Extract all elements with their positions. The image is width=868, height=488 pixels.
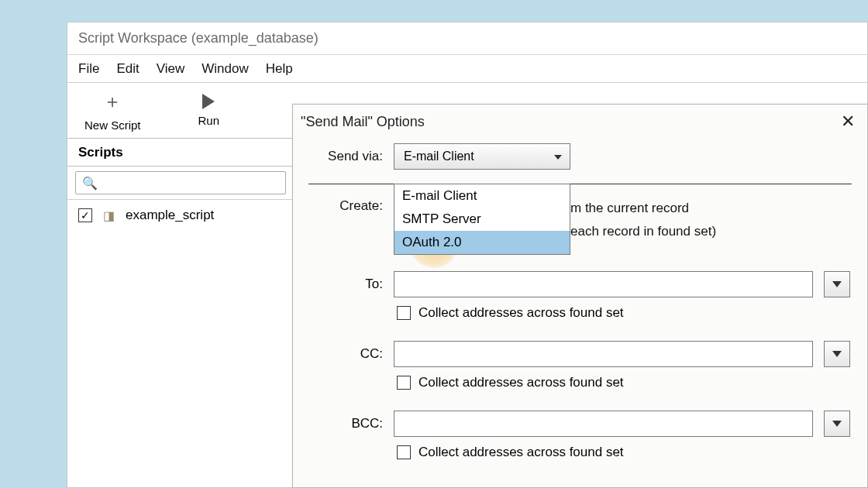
- dropdown-option-smtp-server[interactable]: SMTP Server: [394, 208, 570, 231]
- send-mail-options-dialog: "Send Mail" Options ✕ Send via: E-mail C…: [292, 104, 868, 488]
- cc-picker-button[interactable]: [824, 341, 850, 367]
- menu-help[interactable]: Help: [266, 61, 293, 77]
- to-input[interactable]: [394, 271, 813, 297]
- cc-row: CC:: [293, 335, 867, 370]
- cc-input[interactable]: [394, 341, 813, 367]
- send-via-select[interactable]: E-mail Client: [394, 143, 570, 170]
- cc-collect-label: Collect addresses across found set: [418, 375, 624, 390]
- menu-window[interactable]: Window: [202, 61, 248, 77]
- search-icon: 🔍: [82, 176, 98, 191]
- dialog-titlebar: "Send Mail" Options ✕: [293, 105, 867, 139]
- menu-file[interactable]: File: [78, 61, 99, 77]
- script-name: example_script: [126, 208, 214, 223]
- cc-collect-row: Collect addresses across found set: [293, 370, 867, 404]
- window-title: Script Workspace (example_database): [78, 30, 319, 46]
- run-label: Run: [198, 114, 220, 127]
- send-via-dropdown: E-mail Client SMTP Server OAuth 2.0: [394, 184, 570, 255]
- plus-icon: [103, 89, 122, 114]
- run-button[interactable]: Run: [198, 94, 220, 127]
- send-via-row: Send via: E-mail Client: [293, 139, 867, 174]
- bcc-collect-label: Collect addresses across found set: [418, 445, 624, 460]
- script-icon: ◨: [103, 208, 115, 223]
- create-option-one-remnant: m the current record: [570, 201, 689, 215]
- bcc-collect-row: Collect addresses across found set: [293, 440, 867, 474]
- send-via-value: E-mail Client: [404, 149, 474, 163]
- menu-edit[interactable]: Edit: [116, 61, 139, 77]
- dialog-title: "Send Mail" Options: [301, 114, 425, 130]
- dropdown-option-oauth[interactable]: OAuth 2.0: [394, 231, 570, 254]
- menu-view[interactable]: View: [157, 61, 185, 77]
- cc-label: CC:: [293, 346, 394, 362]
- close-icon[interactable]: ✕: [841, 112, 855, 132]
- dialog-divider: [308, 184, 852, 184]
- search-input[interactable]: 🔍: [75, 171, 286, 194]
- window-titlebar: Script Workspace (example_database): [67, 22, 867, 55]
- bcc-input[interactable]: [394, 411, 813, 437]
- create-row: Create: placeholder m the current record…: [293, 192, 867, 248]
- to-collect-checkbox[interactable]: [397, 306, 411, 320]
- bcc-row: BCC:: [293, 404, 867, 440]
- bcc-collect-checkbox[interactable]: [397, 445, 411, 459]
- dropdown-option-email-client[interactable]: E-mail Client: [394, 184, 570, 208]
- create-option-multi-remnant: each record in found set): [570, 224, 716, 239]
- to-picker-button[interactable]: [824, 271, 850, 297]
- new-script-label: New Script: [84, 119, 141, 132]
- bcc-label: BCC:: [293, 416, 394, 431]
- bcc-picker-button[interactable]: [824, 411, 850, 437]
- to-collect-label: Collect addresses across found set: [418, 305, 624, 321]
- play-icon: [202, 94, 215, 109]
- cc-collect-checkbox[interactable]: [397, 376, 411, 390]
- to-collect-row: Collect addresses across found set: [293, 301, 867, 335]
- to-label: To:: [293, 277, 394, 292]
- to-row: To:: [293, 265, 867, 301]
- send-via-label: Send via:: [293, 149, 394, 164]
- create-label: Create:: [293, 197, 394, 214]
- new-script-button[interactable]: New Script: [84, 89, 141, 132]
- menu-bar: File Edit View Window Help: [67, 55, 867, 83]
- script-checkbox[interactable]: [78, 208, 92, 222]
